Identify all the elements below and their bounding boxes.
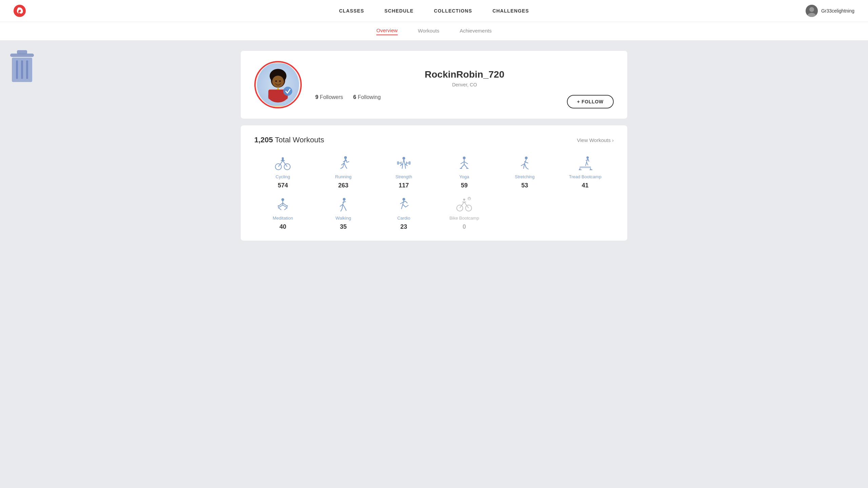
stretching-label: Stretching: [515, 174, 535, 179]
followers-stat[interactable]: 9 Followers: [315, 94, 343, 100]
walking-count: 35: [340, 223, 347, 230]
cardio-label: Cardio: [397, 216, 410, 221]
cycling-icon: [273, 155, 293, 171]
stretching-count: 53: [521, 182, 528, 189]
tab-workouts[interactable]: Workouts: [418, 28, 439, 35]
strength-label: Strength: [395, 174, 412, 179]
workout-grid: Cycling 574 Running 263: [254, 155, 614, 230]
workout-meditation[interactable]: Meditation 40: [254, 196, 311, 230]
bike-bootcamp-icon: [454, 196, 474, 213]
svg-point-0: [14, 5, 26, 17]
strength-count: 117: [399, 182, 409, 189]
tread-bootcamp-icon: [575, 155, 595, 171]
sub-navigation: Overview Workouts Achievements: [0, 22, 868, 41]
meditation-label: Meditation: [273, 216, 293, 221]
tread-bootcamp-count: 41: [582, 182, 589, 189]
tab-overview[interactable]: Overview: [376, 27, 398, 35]
svg-rect-9: [26, 60, 28, 79]
avatar: [806, 5, 818, 17]
follow-button[interactable]: + FOLLOW: [567, 95, 614, 108]
walking-icon: [333, 196, 353, 213]
svg-rect-27: [397, 161, 399, 165]
yoga-icon: [454, 155, 474, 171]
profile-card: RockinRobin_720 Denver, CO 9 Followers 6…: [241, 51, 627, 119]
workout-stretching[interactable]: Stretching 53: [496, 155, 553, 189]
svg-point-31: [586, 156, 589, 159]
tab-achievements[interactable]: Achievements: [460, 28, 492, 35]
svg-point-25: [344, 156, 347, 159]
nav-link-schedule[interactable]: SCHEDULE: [384, 8, 414, 14]
view-workouts-link[interactable]: View Workouts ›: [577, 137, 614, 143]
cardio-icon: [394, 196, 414, 213]
profile-location: Denver, CO: [315, 82, 614, 87]
workouts-card: 1,205 Total Workouts View Workouts ›: [241, 125, 627, 241]
walking-label: Walking: [336, 216, 351, 221]
svg-rect-7: [16, 60, 18, 79]
svg-point-24: [282, 157, 284, 159]
workout-bike-bootcamp[interactable]: Bike Bootcamp 0: [436, 196, 493, 230]
meditation-count: 40: [279, 223, 286, 230]
svg-point-19: [277, 88, 279, 90]
svg-point-26: [402, 157, 405, 160]
cycling-label: Cycling: [276, 174, 290, 179]
strength-icon: [394, 155, 414, 171]
bike-bootcamp-count: 0: [462, 223, 466, 230]
workout-tread-bootcamp[interactable]: Tread Bootcamp 41: [557, 155, 614, 189]
workout-yoga[interactable]: Yoga 59: [436, 155, 493, 189]
yoga-count: 59: [461, 182, 468, 189]
svg-point-38: [278, 205, 279, 207]
workout-cardio[interactable]: Cardio 23: [375, 196, 432, 230]
nav-link-collections[interactable]: COLLECTIONS: [434, 8, 472, 14]
svg-rect-8: [21, 60, 23, 79]
svg-point-16: [279, 80, 281, 82]
svg-point-20: [283, 87, 292, 96]
profile-username: RockinRobin_720: [315, 69, 614, 80]
svg-point-30: [525, 157, 528, 159]
cardio-count: 23: [400, 223, 407, 230]
following-stat[interactable]: 6 Following: [353, 94, 381, 100]
meditation-icon: [273, 196, 293, 213]
trash-icon-decoration: [7, 47, 37, 86]
svg-rect-28: [409, 161, 411, 165]
svg-point-29: [463, 157, 466, 159]
svg-point-14: [272, 76, 284, 87]
profile-info: RockinRobin_720 Denver, CO 9 Followers 6…: [315, 69, 614, 100]
nav-links: CLASSES SCHEDULE COLLECTIONS CHALLENGES: [339, 8, 529, 14]
yoga-label: Yoga: [459, 174, 469, 179]
logo[interactable]: [14, 5, 26, 17]
user-menu[interactable]: Gr33celightning: [806, 5, 854, 17]
svg-point-41: [402, 198, 405, 201]
svg-rect-32: [579, 166, 591, 168]
stretching-icon: [514, 155, 535, 171]
svg-point-2: [809, 7, 814, 12]
svg-point-40: [343, 198, 346, 201]
workout-cycling[interactable]: Cycling 574: [254, 155, 311, 189]
workout-strength[interactable]: Strength 117: [375, 155, 432, 189]
svg-rect-5: [17, 50, 27, 54]
main-content: RockinRobin_720 Denver, CO 9 Followers 6…: [234, 51, 634, 241]
svg-point-37: [281, 198, 284, 201]
workouts-total: 1,205 Total Workouts: [254, 136, 324, 144]
bike-bootcamp-label: Bike Bootcamp: [449, 216, 479, 221]
username-display: Gr33celightning: [821, 8, 854, 14]
nav-link-challenges[interactable]: CHALLENGES: [492, 8, 529, 14]
running-label: Running: [335, 174, 351, 179]
top-navigation: CLASSES SCHEDULE COLLECTIONS CHALLENGES …: [0, 0, 868, 22]
cycling-count: 574: [278, 182, 288, 189]
svg-point-39: [287, 205, 288, 207]
running-count: 263: [338, 182, 348, 189]
nav-link-classes[interactable]: CLASSES: [339, 8, 364, 14]
workout-walking[interactable]: Walking 35: [315, 196, 372, 230]
svg-point-15: [275, 80, 277, 82]
tread-bootcamp-label: Tread Bootcamp: [569, 174, 601, 179]
avatar-ring: [254, 61, 302, 108]
running-icon: [333, 155, 353, 171]
profile-avatar: [257, 63, 299, 107]
workout-running[interactable]: Running 263: [315, 155, 372, 189]
workouts-header: 1,205 Total Workouts View Workouts ›: [254, 136, 614, 144]
